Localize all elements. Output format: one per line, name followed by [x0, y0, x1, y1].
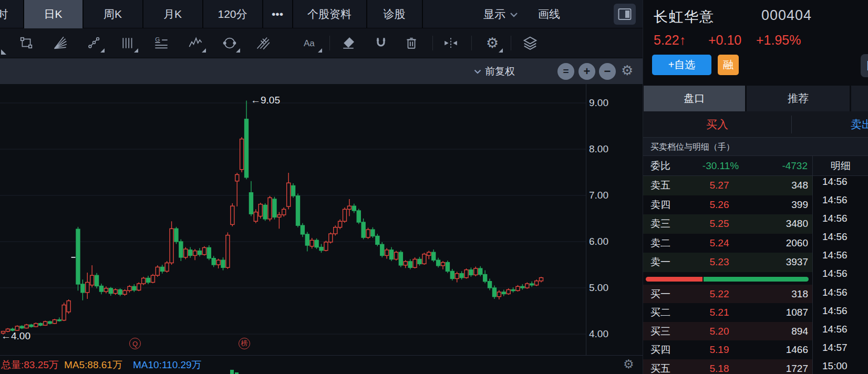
level-price: 5.24 — [688, 234, 751, 253]
order-book-row[interactable]: 买三5.20894 — [643, 322, 812, 340]
reset-zoom-icon[interactable]: = — [557, 63, 574, 80]
divider — [23, 0, 24, 28]
tab-weekly[interactable]: 周K — [83, 0, 142, 28]
pitchfork-icon[interactable] — [254, 34, 272, 52]
level-price: 5.27 — [688, 176, 751, 195]
panel-tab-tuijian[interactable]: 推荐 — [747, 86, 850, 111]
level-label: 卖三 — [650, 214, 670, 234]
level-volume: 399 — [791, 195, 808, 215]
tab-fenshi[interactable]: 分时 — [0, 0, 23, 28]
draw-line-button[interactable]: 画线 — [538, 0, 560, 28]
tick-time: 14:56 — [813, 264, 868, 283]
display-label: 显示 — [483, 8, 505, 20]
display-menu[interactable]: 显示 — [483, 0, 518, 28]
tick-time: 15:00 — [813, 357, 868, 374]
order-book-row[interactable]: 买五5.181727 — [643, 359, 812, 374]
level-price: 5.19 — [688, 340, 751, 359]
tab-label: 日K — [44, 8, 62, 20]
gann-lines-icon[interactable]: G — [152, 34, 170, 52]
y-axis-label: 5.00 — [589, 282, 626, 294]
level-volume: 1466 — [786, 340, 808, 359]
y-axis-label: 9.00 — [589, 97, 626, 109]
horizontal-split-icon[interactable] — [442, 34, 460, 52]
q-event-badge[interactable]: Q — [129, 338, 141, 349]
y-axis-label: 4.00 — [589, 328, 626, 340]
rank-event-badge[interactable]: 榜 — [239, 338, 250, 349]
trash-icon[interactable] — [402, 34, 420, 52]
order-book-header: 买卖档位与明细（手） — [643, 138, 868, 156]
panel-tab-extra[interactable] — [851, 86, 868, 111]
fan-lines-icon[interactable] — [51, 34, 69, 52]
tab-stock-info[interactable]: 个股资料 — [293, 0, 366, 28]
panel-layout-toggle-icon[interactable] — [614, 4, 636, 25]
order-book-row[interactable]: 卖五5.27348 — [643, 176, 812, 195]
tab-label: 诊股 — [384, 8, 406, 20]
top-tab-bar: 分时日K周K月K120分•••个股资料诊股 显示 画线 — [0, 0, 643, 28]
divider — [82, 0, 84, 28]
text-tool-icon[interactable]: Aa — [303, 34, 321, 52]
wave-icon[interactable] — [187, 34, 204, 52]
tick-time: 14:56 — [813, 320, 868, 338]
price-adjust-dropdown[interactable]: 前复权 — [474, 58, 515, 85]
trading-terminal: 分时日K周K月K120分•••个股资料诊股 显示 画线 G — [0, 0, 868, 374]
zoom-in-icon[interactable]: + — [578, 63, 595, 80]
level-price: 5.23 — [688, 253, 751, 272]
volume-pane: 总量:83.25万 MA5:88.61万 MA10:110.29万 ⚙ — [0, 355, 643, 374]
order-book-row[interactable]: 卖一5.233937 — [643, 253, 812, 272]
svg-text:Aa: Aa — [304, 38, 315, 48]
adjust-label: 前复权 — [485, 66, 515, 77]
tick-time: 14:56 — [813, 246, 868, 264]
margin-trading-badge[interactable]: 融 — [718, 55, 739, 75]
candlestick-chart[interactable]: 9.008.007.006.005.004.00 ←9.05 ←4.00 Q 榜 — [0, 84, 643, 355]
vertical-lines-icon[interactable] — [119, 34, 137, 52]
toolbar-separator — [329, 36, 330, 50]
level-volume: 318 — [791, 285, 808, 303]
drawing-toolbar: G Aa ⚙ — [0, 28, 643, 58]
tab-label: 分时 — [0, 8, 8, 20]
order-book-row[interactable]: 买二5.211087 — [643, 303, 812, 321]
zoom-out-icon[interactable]: − — [599, 63, 616, 80]
detail-column-header: 明细 — [813, 156, 868, 176]
order-book-row[interactable]: 买一5.22318 — [643, 285, 812, 303]
level-label: 买四 — [650, 340, 670, 359]
settings-icon[interactable]: ⚙ — [483, 34, 501, 52]
order-book-row[interactable]: 卖四5.26399 — [643, 195, 812, 215]
level-label: 买三 — [650, 322, 670, 340]
tab-monthly[interactable]: 月K — [143, 0, 202, 28]
rect-select-icon[interactable] — [17, 34, 35, 52]
corner-clipped-button[interactable]: 日 — [861, 54, 868, 77]
trend-segments-icon[interactable] — [85, 34, 103, 52]
eraser-icon[interactable] — [339, 34, 357, 52]
volume-ma10: MA10:110.29万 — [133, 358, 202, 372]
layers-icon[interactable] — [521, 34, 539, 52]
weibi-percent: -30.11% — [690, 156, 751, 176]
chart-settings-icon[interactable]: ⚙ — [621, 63, 633, 79]
order-book-row[interactable]: 买四5.191466 — [643, 340, 812, 359]
tab-120min[interactable]: 120分 — [203, 0, 262, 28]
svg-text:G: G — [155, 36, 160, 43]
buy-tab[interactable]: 买入 — [643, 111, 791, 138]
weibi-value: -4732 — [782, 156, 808, 176]
peak-price-annotation: ←9.05 — [251, 95, 280, 106]
tab-more[interactable]: ••• — [263, 0, 292, 28]
tab-diagnose[interactable]: 诊股 — [367, 0, 422, 28]
sell-tab[interactable]: 卖出 — [851, 111, 868, 138]
level-price: 5.18 — [688, 359, 751, 374]
partial-tool-icon[interactable] — [1, 49, 6, 55]
chevron-down-icon — [474, 69, 481, 74]
tick-time-list[interactable]: 14:5614:5614:5614:5614:5614:5614:5614:56… — [813, 156, 868, 374]
order-book-row[interactable]: 卖二5.242060 — [643, 234, 812, 253]
divider — [791, 116, 792, 133]
circle-points-icon[interactable] — [221, 34, 239, 52]
tab-label: 周K — [104, 8, 122, 20]
magnet-icon[interactable] — [372, 34, 390, 52]
panel-tab-pankou[interactable]: 盘口 — [644, 86, 745, 111]
level-volume: 3480 — [786, 214, 808, 234]
add-watchlist-button[interactable]: +自选 — [652, 55, 711, 75]
tab-daily[interactable]: 日K — [24, 0, 82, 28]
order-book-row[interactable]: 卖三5.253480 — [643, 214, 812, 234]
tick-time: 14:56 — [813, 209, 868, 227]
volume-settings-icon[interactable]: ⚙ — [623, 357, 634, 371]
tab-label: 120分 — [218, 8, 247, 20]
level-price: 5.25 — [688, 214, 751, 234]
